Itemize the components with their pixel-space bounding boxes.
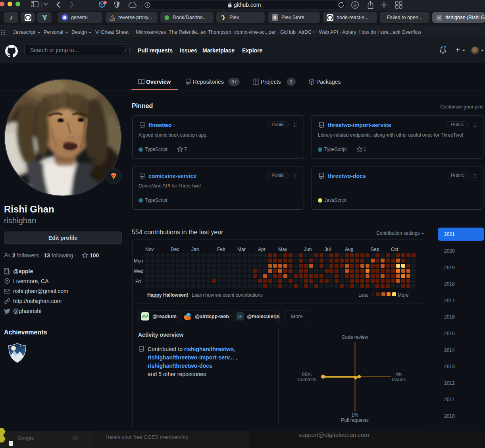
svg-text:95%: 95% xyxy=(302,372,312,377)
svg-text:1%: 1% xyxy=(351,412,358,418)
svg-text:Pull requests: Pull requests xyxy=(341,417,368,423)
svg-text:2: 2 xyxy=(104,1,106,4)
svg-text:Issues: Issues xyxy=(392,377,406,382)
svg-text:K: K xyxy=(273,15,277,20)
svg-text:Code review: Code review xyxy=(342,334,368,340)
svg-text:Commits: Commits xyxy=(297,377,316,382)
svg-text:4%: 4% xyxy=(395,372,402,377)
